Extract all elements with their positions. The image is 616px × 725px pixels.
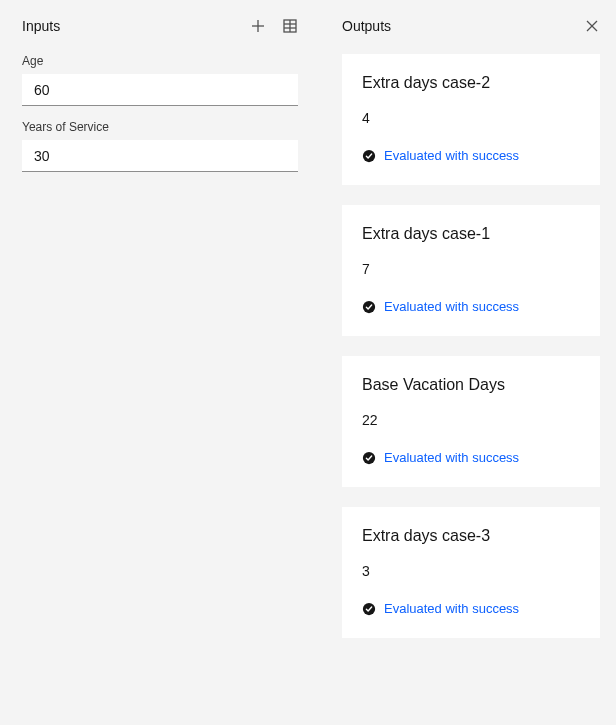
output-card: Extra days case-3 3 Evaluated with succe…: [342, 507, 600, 638]
input-label: Age: [22, 54, 298, 68]
outputs-panel: Outputs Extra days case-2 4 Evaluated wi…: [320, 0, 616, 725]
output-value: 22: [362, 412, 580, 428]
output-card: Extra days case-2 4 Evaluated with succe…: [342, 54, 600, 185]
output-status: Evaluated with success: [362, 601, 580, 616]
close-icon[interactable]: [584, 18, 600, 34]
years-of-service-input[interactable]: [22, 140, 298, 172]
check-circle-icon: [362, 300, 376, 314]
inputs-title: Inputs: [22, 18, 60, 34]
output-title: Base Vacation Days: [362, 376, 580, 394]
input-label: Years of Service: [22, 120, 298, 134]
input-field-age: Age: [22, 54, 298, 106]
output-status-text[interactable]: Evaluated with success: [384, 601, 519, 616]
output-card: Base Vacation Days 22 Evaluated with suc…: [342, 356, 600, 487]
inputs-header-actions: [250, 18, 298, 34]
output-title: Extra days case-1: [362, 225, 580, 243]
output-value: 7: [362, 261, 580, 277]
check-circle-icon: [362, 451, 376, 465]
inputs-panel: Inputs Age Years of Service: [0, 0, 320, 725]
age-input[interactable]: [22, 74, 298, 106]
check-circle-icon: [362, 149, 376, 163]
outputs-title: Outputs: [342, 18, 391, 34]
inputs-header: Inputs: [22, 16, 298, 36]
output-title: Extra days case-3: [362, 527, 580, 545]
check-circle-icon: [362, 602, 376, 616]
output-status-text[interactable]: Evaluated with success: [384, 450, 519, 465]
table-icon[interactable]: [282, 18, 298, 34]
output-card: Extra days case-1 7 Evaluated with succe…: [342, 205, 600, 336]
output-status-text[interactable]: Evaluated with success: [384, 148, 519, 163]
output-status-text[interactable]: Evaluated with success: [384, 299, 519, 314]
output-status: Evaluated with success: [362, 450, 580, 465]
output-status: Evaluated with success: [362, 148, 580, 163]
output-value: 3: [362, 563, 580, 579]
outputs-header: Outputs: [342, 16, 600, 36]
input-field-years-of-service: Years of Service: [22, 120, 298, 172]
output-status: Evaluated with success: [362, 299, 580, 314]
output-value: 4: [362, 110, 580, 126]
add-icon[interactable]: [250, 18, 266, 34]
output-title: Extra days case-2: [362, 74, 580, 92]
